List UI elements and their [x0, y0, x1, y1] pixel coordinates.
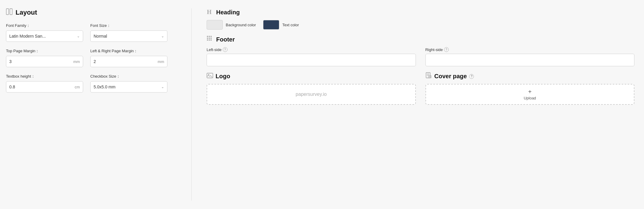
- vertical-divider: [191, 8, 192, 201]
- layout-section-title: Layout: [6, 8, 167, 16]
- font-size-select[interactable]: Normal ⌄: [90, 30, 167, 42]
- upload-plus-icon: +: [528, 88, 532, 95]
- top-margin-label: Top Page Margin：: [6, 48, 83, 54]
- font-family-value: Latin Modern San...: [9, 34, 46, 39]
- logo-text: papersurvey.io: [296, 92, 327, 97]
- svg-rect-5: [210, 36, 212, 37]
- lr-margin-unit: mm: [156, 59, 167, 64]
- heading-title: Heading: [216, 9, 240, 16]
- color-row: Background color Text color: [207, 20, 634, 30]
- cover-title: Cover page: [434, 73, 467, 80]
- lr-margin-group: Left & Right Page Margin： mm: [90, 48, 167, 67]
- textbox-height-label: Textbox height：: [6, 74, 83, 79]
- left-panel: Layout Font Family： Latin Modern San... …: [6, 8, 179, 201]
- font-size-label: Font Size：: [90, 23, 167, 28]
- top-margin-input-wrapper: mm: [6, 56, 83, 67]
- right-panel: H Heading Background color Text color: [204, 8, 634, 201]
- cover-upload-area[interactable]: + Upload: [425, 84, 635, 105]
- svg-rect-10: [209, 39, 210, 41]
- footer-icon: [207, 36, 213, 44]
- checkbox-size-chevron: ⌄: [161, 85, 164, 89]
- top-margin-input[interactable]: [6, 59, 71, 64]
- bottom-row: Logo papersurvey.io: [207, 72, 634, 105]
- heading-section-title: H Heading: [207, 8, 634, 16]
- document-icon: [425, 72, 432, 80]
- upload-label: Upload: [524, 96, 536, 100]
- cover-section-title: Cover page ?: [425, 72, 635, 80]
- footer-left-label: Left-side ?: [207, 47, 416, 52]
- top-margin-unit: mm: [71, 59, 83, 64]
- footer-right-textarea[interactable]: [425, 54, 635, 66]
- textbox-height-input-wrapper: cm: [6, 81, 83, 93]
- text-color-item: Text color: [263, 20, 299, 30]
- left-side-help-icon[interactable]: ?: [223, 47, 228, 52]
- image-icon: [207, 72, 213, 80]
- footer-right-field: Right-side ?: [425, 47, 635, 66]
- bg-color-swatch[interactable]: [207, 20, 223, 30]
- svg-rect-7: [209, 38, 210, 39]
- logo-upload-area[interactable]: papersurvey.io: [207, 84, 416, 105]
- bg-color-label: Background color: [226, 23, 256, 27]
- font-family-chevron: ⌄: [77, 34, 80, 38]
- svg-rect-1: [10, 9, 12, 15]
- font-family-label: Font Family：: [6, 23, 83, 28]
- font-size-group: Font Size： Normal ⌄: [90, 23, 167, 42]
- svg-rect-3: [207, 36, 208, 37]
- logo-section-title: Logo: [207, 72, 416, 80]
- font-size-value: Normal: [94, 34, 107, 39]
- logo-section: Logo papersurvey.io: [207, 72, 416, 105]
- font-family-select[interactable]: Latin Modern San... ⌄: [6, 30, 83, 42]
- layout-title: Layout: [16, 9, 37, 16]
- svg-text:H: H: [207, 9, 212, 15]
- text-color-label: Text color: [282, 23, 299, 27]
- textbox-height-unit: cm: [73, 85, 83, 89]
- top-margin-group: Top Page Margin： mm: [6, 48, 83, 67]
- right-side-help-icon[interactable]: ?: [444, 47, 449, 52]
- textbox-height-group: Textbox height： cm: [6, 74, 83, 93]
- logo-title: Logo: [216, 73, 230, 80]
- font-row: Font Family： Latin Modern San... ⌄ Font …: [6, 23, 167, 42]
- svg-rect-9: [207, 39, 208, 41]
- checkbox-size-group: Checkbox Size： 5.0x5.0 mm ⌄: [90, 74, 167, 93]
- font-size-chevron: ⌄: [161, 34, 164, 38]
- svg-rect-11: [210, 39, 212, 41]
- footer-section: Footer Left-side ? Right-side ?: [207, 36, 634, 66]
- checkbox-size-label: Checkbox Size：: [90, 74, 167, 79]
- svg-rect-6: [207, 38, 208, 39]
- svg-rect-0: [6, 9, 9, 15]
- footer-left-textarea[interactable]: [207, 54, 416, 66]
- cover-section: Cover page ? + Upload: [425, 72, 635, 105]
- svg-rect-4: [209, 36, 210, 37]
- lr-margin-label: Left & Right Page Margin：: [90, 48, 167, 54]
- svg-rect-8: [210, 38, 212, 39]
- footer-fields-row: Left-side ? Right-side ?: [207, 47, 634, 66]
- checkbox-size-select[interactable]: 5.0x5.0 mm ⌄: [90, 81, 167, 93]
- textbox-height-input[interactable]: [6, 84, 73, 89]
- cover-help-icon[interactable]: ?: [469, 74, 474, 79]
- lr-margin-input[interactable]: [91, 59, 156, 64]
- margin-row: Top Page Margin： mm Left & Right Page Ma…: [6, 48, 167, 67]
- heading-icon: H: [207, 8, 213, 16]
- text-color-swatch[interactable]: [263, 20, 279, 30]
- layout-icon: [6, 8, 13, 16]
- heading-section: H Heading Background color Text color: [207, 8, 634, 30]
- footer-right-label: Right-side ?: [425, 47, 635, 52]
- font-family-group: Font Family： Latin Modern San... ⌄: [6, 23, 83, 42]
- checkbox-size-value: 5.0x5.0 mm: [94, 84, 115, 89]
- footer-title: Footer: [216, 36, 235, 43]
- footer-section-title: Footer: [207, 36, 634, 44]
- lr-margin-input-wrapper: mm: [90, 56, 167, 67]
- footer-left-field: Left-side ?: [207, 47, 416, 66]
- bg-color-item: Background color: [207, 20, 256, 30]
- size-row: Textbox height： cm Checkbox Size： 5.0x5.…: [6, 74, 167, 93]
